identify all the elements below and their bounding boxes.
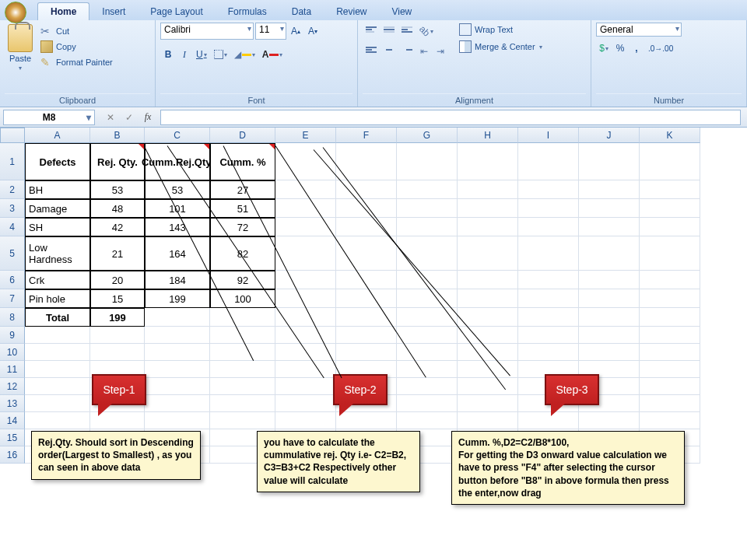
cell-I1[interactable] [518, 143, 579, 180]
cell-J8[interactable] [579, 308, 640, 327]
formula-input[interactable] [160, 110, 741, 125]
cell-E7[interactable] [275, 289, 336, 308]
office-button[interactable] [5, 2, 26, 23]
cell-D10[interactable] [210, 344, 275, 361]
cell-A11[interactable] [25, 361, 90, 378]
cell-J14[interactable] [579, 412, 640, 429]
col-header-H[interactable]: H [458, 128, 518, 143]
data-cell-A8[interactable]: Total [25, 308, 90, 327]
row-header-8[interactable]: 8 [0, 308, 25, 327]
row-header-4[interactable]: 4 [0, 218, 25, 236]
cell-J10[interactable] [579, 344, 640, 361]
cell-F9[interactable] [336, 327, 397, 344]
data-cell-A5[interactable]: Low Hardness [25, 236, 90, 271]
merge-center-button[interactable]: Merge & Center [458, 40, 544, 54]
cell-C14[interactable] [145, 412, 210, 429]
row-header-13[interactable]: 13 [0, 395, 25, 412]
percent-button[interactable]: % [612, 40, 628, 57]
cell-F1[interactable] [336, 143, 397, 180]
align-bottom-button[interactable] [398, 23, 416, 40]
enter-formula-button[interactable]: ✓ [123, 111, 135, 124]
row-header-16[interactable]: 16 [0, 446, 25, 464]
cell-G14[interactable] [397, 412, 458, 429]
cell-H9[interactable] [458, 327, 518, 344]
col-header-C[interactable]: C [145, 128, 210, 143]
cell-K7[interactable] [640, 289, 700, 308]
cell-D8[interactable] [210, 308, 275, 327]
font-color-button[interactable]: A [259, 46, 286, 63]
cell-F2[interactable] [336, 180, 397, 199]
cell-C12[interactable] [145, 378, 210, 395]
cell-I3[interactable] [518, 199, 579, 218]
cell-F10[interactable] [336, 344, 397, 361]
cell-H1[interactable] [458, 143, 518, 180]
cell-H12[interactable] [458, 378, 518, 395]
cell-E2[interactable] [275, 180, 336, 199]
cell-K8[interactable] [640, 308, 700, 327]
italic-button[interactable]: I [177, 46, 192, 63]
cell-H13[interactable] [458, 395, 518, 412]
cell-K10[interactable] [640, 344, 700, 361]
data-cell-A6[interactable]: Crk [25, 271, 90, 289]
data-cell-B4[interactable]: 42 [90, 218, 145, 236]
data-cell-C4[interactable]: 143 [145, 218, 210, 236]
fill-color-button[interactable]: ◢ [231, 46, 258, 63]
cell-A10[interactable] [25, 344, 90, 361]
cancel-formula-button[interactable]: ✕ [104, 111, 117, 124]
data-cell-A2[interactable]: BH [25, 180, 90, 199]
cell-E11[interactable] [275, 361, 336, 378]
decrease-indent-button[interactable]: ⇤ [416, 43, 432, 60]
data-cell-A4[interactable]: SH [25, 218, 90, 236]
cell-K11[interactable] [640, 361, 700, 378]
currency-button[interactable]: $ [596, 40, 612, 57]
tab-home[interactable]: Home [37, 2, 89, 20]
cell-I5[interactable] [518, 236, 579, 271]
increase-decimal-button[interactable]: .0→.00 [645, 40, 676, 57]
align-right-button[interactable] [398, 43, 416, 60]
cell-G5[interactable] [397, 236, 458, 271]
format-painter-button[interactable]: ✎Format Painter [39, 55, 114, 69]
cell-I4[interactable] [518, 218, 579, 236]
data-cell-D6[interactable]: 92 [210, 271, 275, 289]
data-cell-C3[interactable]: 101 [145, 199, 210, 218]
data-cell-A1[interactable]: Defects [25, 143, 90, 180]
cell-K13[interactable] [640, 395, 700, 412]
col-header-A[interactable]: A [25, 128, 90, 143]
col-header-F[interactable]: F [336, 128, 397, 143]
align-middle-button[interactable] [381, 23, 398, 40]
data-cell-B5[interactable]: 21 [90, 236, 145, 271]
cell-F3[interactable] [336, 199, 397, 218]
row-header-12[interactable]: 12 [0, 378, 25, 395]
cell-G9[interactable] [397, 327, 458, 344]
cell-H6[interactable] [458, 271, 518, 289]
tab-insert[interactable]: Insert [89, 3, 138, 20]
align-center-button[interactable] [381, 43, 398, 60]
data-cell-A3[interactable]: Damage [25, 199, 90, 218]
cell-C10[interactable] [145, 344, 210, 361]
cell-G12[interactable] [397, 378, 458, 395]
data-cell-B6[interactable]: 20 [90, 271, 145, 289]
data-cell-D3[interactable]: 51 [210, 199, 275, 218]
tab-view[interactable]: View [379, 3, 424, 20]
cell-H5[interactable] [458, 236, 518, 271]
row-header-6[interactable]: 6 [0, 271, 25, 289]
number-format-combo[interactable]: General [596, 23, 682, 37]
cell-C13[interactable] [145, 395, 210, 412]
col-header-I[interactable]: I [518, 128, 579, 143]
cell-H4[interactable] [458, 218, 518, 236]
comma-button[interactable]: , [629, 40, 644, 57]
cell-G4[interactable] [397, 218, 458, 236]
row-header-3[interactable]: 3 [0, 199, 25, 218]
cell-C9[interactable] [145, 327, 210, 344]
name-box[interactable]: M8 [3, 110, 95, 125]
fx-icon[interactable]: fx [142, 111, 154, 124]
cell-J4[interactable] [579, 218, 640, 236]
cell-A9[interactable] [25, 327, 90, 344]
cell-K6[interactable] [640, 271, 700, 289]
row-header-10[interactable]: 10 [0, 344, 25, 361]
cell-K1[interactable] [640, 143, 700, 180]
align-left-button[interactable] [363, 43, 380, 60]
font-name-combo[interactable]: Calibri [160, 23, 254, 40]
cell-G3[interactable] [397, 199, 458, 218]
data-cell-B3[interactable]: 48 [90, 199, 145, 218]
